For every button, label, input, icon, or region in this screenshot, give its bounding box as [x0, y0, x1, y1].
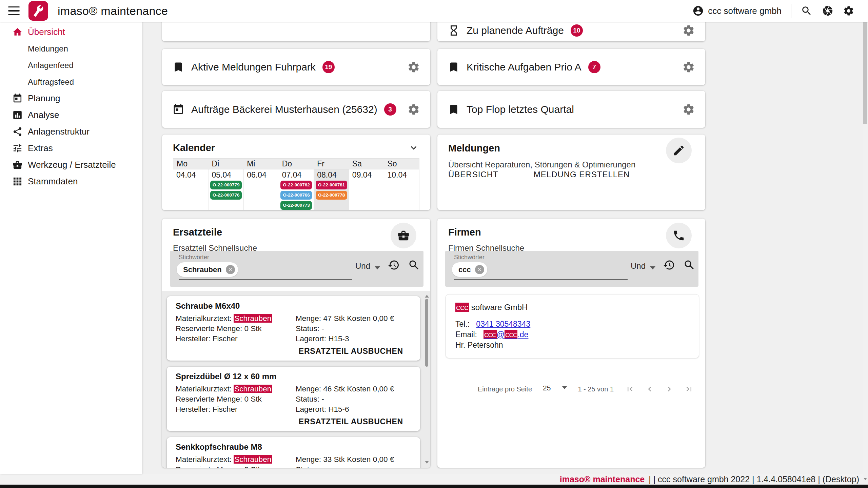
- ersatzteil-search-panel: Stichwörter Schrauben Und: [170, 251, 423, 287]
- sidebar-item-stammdaten[interactable]: Stammdaten: [0, 173, 142, 190]
- meldungen-card: Meldungen Übersicht Reparaturen, Störung…: [437, 135, 705, 210]
- chevron-down-icon[interactable]: [650, 266, 655, 272]
- firma-contact: Hr. Petersohn: [455, 340, 689, 350]
- widget-card-scrolled: [162, 22, 430, 41]
- count-badge: 10: [571, 24, 583, 37]
- sidebar-item-uebersicht[interactable]: Übersicht: [0, 24, 142, 40]
- wrench-logo-icon: [32, 4, 45, 17]
- uebersicht-button[interactable]: ÜBERSICHT: [448, 170, 498, 179]
- gear-icon[interactable]: [843, 5, 854, 17]
- account-button[interactable]: ccc software gmbh: [692, 5, 782, 17]
- pagination: Einträge pro Seite 25 1 - 25 von 1: [478, 384, 694, 394]
- sidebar-item-label: Anlagenstruktur: [28, 126, 90, 137]
- sidebar-item-label: Planung: [28, 93, 60, 104]
- prev-page-icon[interactable]: [645, 384, 654, 394]
- close-icon[interactable]: [475, 265, 484, 274]
- day-date: 08.04: [314, 170, 349, 179]
- weekday-label: So: [384, 159, 419, 169]
- widget-gear-icon[interactable]: [407, 61, 420, 74]
- scroll-down-icon[interactable]: [864, 478, 867, 482]
- window-scrollbar[interactable]: [863, 22, 868, 485]
- order-chip[interactable]: O-22-000776: [210, 191, 242, 200]
- shutter-icon[interactable]: [822, 5, 833, 17]
- scrollbar-thumb[interactable]: [425, 299, 428, 367]
- history-icon[interactable]: [663, 259, 675, 271]
- search-icon[interactable]: [408, 259, 420, 271]
- chevron-down-icon[interactable]: [375, 266, 380, 272]
- sidebar-item-auftragsfeed[interactable]: Auftragsfeed: [0, 74, 142, 90]
- search-input[interactable]: [179, 279, 352, 280]
- tel-link[interactable]: 0341 30548343: [476, 320, 530, 328]
- part-lagerort: Lagerort: H15-3: [296, 334, 411, 344]
- day-cell: 04.04: [173, 169, 209, 210]
- widget-card-zu-planende: Zu planende Aufträge 10: [437, 22, 705, 41]
- order-chip[interactable]: O-22-000766: [280, 191, 312, 200]
- day-date: 09.04: [349, 170, 384, 179]
- search-term-chip[interactable]: Schrauben: [177, 262, 238, 277]
- widget-title: Aufträge Bäckerei Musterhausen (25632): [191, 104, 377, 115]
- search-term-chip[interactable]: ccc: [452, 262, 487, 277]
- first-page-icon[interactable]: [625, 384, 635, 394]
- widget-gear-icon[interactable]: [682, 61, 695, 74]
- scroll-up-icon[interactable]: [425, 293, 429, 298]
- sidebar-item-planung[interactable]: Planung: [0, 90, 142, 107]
- order-chip[interactable]: O-22-000762: [280, 181, 312, 189]
- widget-gear-icon[interactable]: [407, 103, 420, 116]
- phone-icon: [672, 229, 685, 242]
- meldungen-title: Meldungen: [437, 135, 705, 154]
- bar-chart-icon: [12, 109, 23, 121]
- widget-gear-icon[interactable]: [682, 24, 695, 37]
- create-meldung-button[interactable]: [666, 138, 692, 163]
- pencil-icon: [672, 144, 685, 157]
- weekday-label: Fr: [314, 159, 349, 169]
- history-icon[interactable]: [388, 259, 400, 271]
- sidebar-item-werkzeug-ersatzteile[interactable]: Werkzeug / Ersatzteile: [0, 157, 142, 173]
- day-date: 07.04: [279, 170, 314, 179]
- ersatzteile-button[interactable]: [391, 223, 416, 248]
- order-chip[interactable]: O-22-000779: [210, 181, 242, 189]
- operator-select[interactable]: Und: [355, 261, 370, 271]
- page-range: 1 - 25 von 1: [578, 385, 614, 393]
- chevron-down-icon[interactable]: [408, 142, 419, 154]
- last-page-icon[interactable]: [684, 384, 694, 394]
- sidebar-item-label: Übersicht: [28, 27, 65, 37]
- search-icon[interactable]: [801, 5, 812, 17]
- search-input[interactable]: [454, 279, 628, 280]
- next-page-icon[interactable]: [665, 384, 674, 394]
- order-chip[interactable]: O-22-000781: [316, 181, 347, 189]
- sidebar-item-anlagenstruktur[interactable]: Anlagenstruktur: [0, 123, 142, 140]
- day-date: 05.04: [209, 170, 244, 179]
- search-icon[interactable]: [683, 259, 695, 271]
- page-size-select[interactable]: 25: [541, 384, 568, 394]
- sidebar-item-extras[interactable]: Extras: [0, 140, 142, 157]
- order-chip[interactable]: O-22-000778: [316, 191, 347, 200]
- phone-button[interactable]: [666, 223, 692, 248]
- menu-icon[interactable]: [8, 6, 20, 15]
- scroll-down-icon[interactable]: [425, 461, 429, 466]
- sidebar-item-meldungen[interactable]: Meldungen: [0, 40, 142, 57]
- close-icon[interactable]: [226, 265, 235, 274]
- part-lagerort: Lagerort: H15-6: [296, 404, 411, 414]
- calendar-icon: [12, 93, 23, 104]
- part-status: Status: -: [296, 394, 411, 404]
- results-scrollbar[interactable]: [424, 293, 429, 466]
- sidebar-item-label: Werkzeug / Ersatzteile: [28, 160, 116, 170]
- firma-result-card: ccc software GmbH Tel.: 0341 30548343 Em…: [446, 294, 699, 358]
- part-menge: Menge: 33 Stk Kosten 0,00 €: [296, 454, 411, 465]
- top-bar: imaso® maintenance ccc software gmbh: [0, 0, 868, 22]
- part-item: Senkkopfschraube M8 Materialkurztext: Sc…: [167, 437, 420, 468]
- meldung-erstellen-button[interactable]: MELDUNG ERSTELLEN: [534, 170, 630, 179]
- part-name: Schraube M6x40: [176, 301, 411, 311]
- ersatzteil-ausbuchen-button[interactable]: ERSATZTEIL AUSBUCHEN: [299, 417, 403, 426]
- widget-gear-icon[interactable]: [682, 103, 695, 116]
- account-name: ccc software gmbh: [708, 6, 782, 16]
- scrollbar-thumb[interactable]: [863, 22, 867, 124]
- sidebar-item-analyse[interactable]: Analyse: [0, 107, 142, 123]
- sidebar-item-label: Analyse: [28, 110, 59, 120]
- share-icon: [12, 126, 23, 138]
- ersatzteil-ausbuchen-button[interactable]: ERSATZTEIL AUSBUCHEN: [299, 347, 403, 356]
- order-chip[interactable]: O-22-000773: [280, 201, 312, 210]
- operator-select[interactable]: Und: [631, 261, 646, 271]
- email-link[interactable]: ccc@ccc.de: [484, 330, 528, 339]
- sidebar-item-anlagenfeed[interactable]: Anlagenfeed: [0, 57, 142, 74]
